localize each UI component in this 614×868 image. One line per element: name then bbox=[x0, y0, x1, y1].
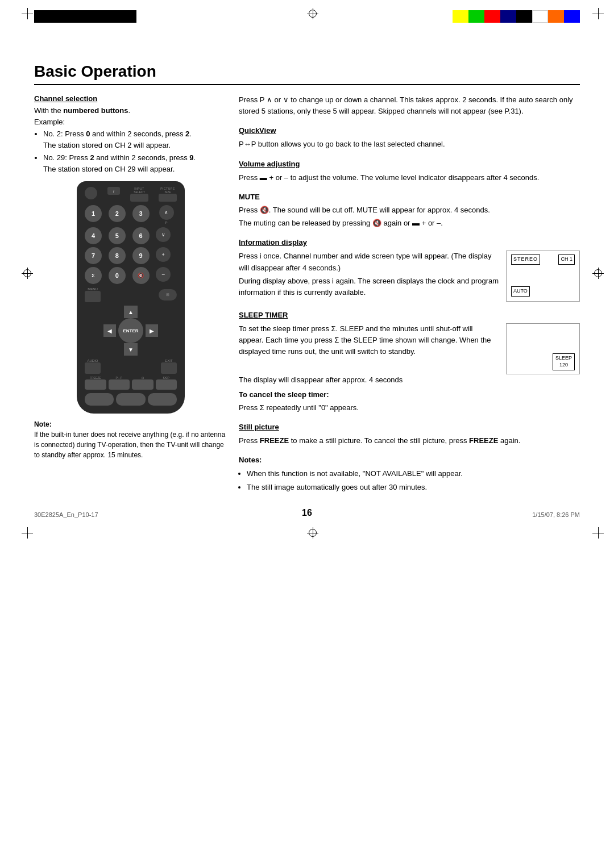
mute-text2: The muting can be released by pressing 🔇… bbox=[239, 218, 580, 229]
still-heading: Still picture bbox=[239, 422, 580, 433]
menu-btn[interactable] bbox=[85, 291, 101, 302]
still-text: Press FREEZE to make a still picture. To… bbox=[239, 435, 580, 446]
audio-area: AUDIO bbox=[85, 359, 101, 374]
dpad: ▲ ◀ ENTER ▶ ▼ bbox=[85, 306, 177, 356]
btn-9[interactable]: 9 bbox=[132, 247, 150, 264]
color-yellow bbox=[453, 10, 468, 23]
enter-btn[interactable]: ENTER bbox=[118, 318, 143, 343]
notes-section: Notes: When this function is not availab… bbox=[239, 454, 580, 493]
dpad-up-row: ▲ bbox=[124, 306, 138, 318]
dpad-down[interactable]: ▼ bbox=[124, 343, 138, 356]
channel-desc: With the numbered buttons. Example: No. … bbox=[34, 105, 227, 174]
btn-0[interactable]: 0 bbox=[109, 267, 126, 284]
color-black bbox=[516, 10, 532, 23]
sleep-badge-value: 120 bbox=[555, 362, 572, 369]
volume-section: Volume adjusting Press ▬ + or – to adjus… bbox=[239, 158, 580, 183]
channel-bullet-2: No. 29: Press 2 and within 2 seconds, pr… bbox=[43, 152, 227, 174]
page-number: 16 bbox=[302, 508, 312, 518]
sleep-text: To set the sleep timer press Σ. SLEEP an… bbox=[239, 323, 499, 374]
color-orange bbox=[548, 10, 564, 23]
info-screen: STEREO CH 1 AUTO bbox=[506, 251, 580, 302]
btn-2[interactable]: 2 bbox=[109, 205, 126, 222]
audio-exit-row: AUDIO EXIT bbox=[85, 359, 177, 374]
btn-8[interactable]: 8 bbox=[109, 247, 126, 264]
sleep-cancel-heading: To cancel the sleep timer: bbox=[239, 389, 580, 400]
freeze-btn[interactable] bbox=[85, 379, 106, 390]
bottom-big-btns bbox=[85, 393, 177, 406]
page-title-area: Basic Operation bbox=[34, 62, 580, 85]
quickview-section: QuickView P↔P button allows you to go ba… bbox=[239, 125, 580, 150]
mute-text1: Press 🔇. The sound will be cut off. MUTE… bbox=[239, 205, 580, 216]
exit-btn[interactable] bbox=[161, 362, 177, 374]
info-text2: During display above, press i again. The… bbox=[239, 276, 499, 298]
ch-down-btn[interactable]: ∨ bbox=[156, 227, 171, 242]
ch-btn[interactable] bbox=[132, 379, 154, 390]
input-select-btn: INPUT SELECT bbox=[130, 187, 148, 202]
btn-1[interactable]: 1 bbox=[85, 205, 102, 222]
btn-sigma[interactable]: Σ bbox=[85, 267, 102, 284]
mute-heading: MUTE bbox=[239, 191, 580, 203]
notes-bullet-2: The still image automatically goes out a… bbox=[247, 482, 580, 493]
big-btn-2[interactable] bbox=[116, 393, 145, 406]
footer-left: 30E2825A_En_P10-17 bbox=[34, 511, 98, 518]
ch-up-btn[interactable]: ∧ bbox=[159, 205, 174, 220]
dpad-down-row: ▼ bbox=[124, 343, 138, 356]
note-box: Note: If the built-in tuner does not rec… bbox=[34, 419, 227, 460]
picture-size-btn: PICTURE SIZE bbox=[159, 187, 177, 202]
btn-5[interactable]: 5 bbox=[109, 227, 126, 244]
remote-top-row: i INPUT SELECT PICTURE SIZE bbox=[85, 187, 177, 202]
stereo-label: STEREO bbox=[511, 254, 540, 265]
note-text: If the built-in tuner does not receive a… bbox=[34, 429, 227, 460]
numbered-buttons-label: numbered buttons bbox=[63, 106, 128, 115]
sleep-layout: To set the sleep timer press Σ. SLEEP an… bbox=[239, 323, 580, 374]
volume-text: Press ▬ + or – to adjust the volume. The… bbox=[239, 172, 580, 183]
display-btn[interactable]: ⊞ bbox=[159, 289, 177, 301]
ch-up-area: ∧ P bbox=[156, 205, 177, 224]
dpad-left[interactable]: ◀ bbox=[103, 324, 116, 337]
btn-4[interactable]: 4 bbox=[85, 227, 102, 244]
audio-btn[interactable] bbox=[85, 362, 101, 374]
channel-intro: With the numbered buttons. bbox=[34, 105, 227, 116]
skip-area: SKIP bbox=[156, 376, 177, 390]
top-black-bar bbox=[34, 10, 136, 23]
remote-area: i INPUT SELECT PICTURE SIZE bbox=[34, 181, 227, 414]
sleep-section: SLEEP TIMER To set the sleep timer press… bbox=[239, 310, 580, 414]
page-content: Basic Operation Channel selection With t… bbox=[0, 0, 614, 535]
info-text-area: Press i once. Channel number and wide sc… bbox=[239, 251, 499, 302]
volume-heading: Volume adjusting bbox=[239, 158, 580, 170]
color-bar bbox=[453, 10, 580, 23]
dpad-up[interactable]: ▲ bbox=[124, 306, 138, 318]
mute-section: MUTE Press 🔇. The sound will be cut off.… bbox=[239, 191, 580, 229]
vol-up-btn[interactable]: + bbox=[156, 247, 171, 262]
ch-label: CH 1 bbox=[558, 254, 575, 265]
btn-3[interactable]: 3 bbox=[132, 205, 150, 222]
big-btn-1[interactable] bbox=[85, 393, 114, 406]
quickview-heading: QuickView bbox=[239, 125, 580, 136]
i-btn[interactable]: i bbox=[107, 187, 120, 195]
function-btns: FREEZE P↔P ⊡ SKIP bbox=[85, 376, 177, 390]
menu-row: MENU ⊞ bbox=[85, 287, 177, 302]
remote-control: i INPUT SELECT PICTURE SIZE bbox=[77, 181, 185, 414]
channel-bullet-list: No. 2: Press 0 and within 2 seconds, pre… bbox=[43, 128, 227, 174]
menu-area: MENU bbox=[85, 287, 101, 302]
footer-right: 1/15/07, 8:26 PM bbox=[532, 511, 580, 518]
info-section: Information display Press i once. Channe… bbox=[239, 237, 580, 302]
vol-down-btn[interactable]: – bbox=[156, 267, 171, 282]
pp-btn[interactable] bbox=[109, 379, 130, 390]
notes-list: When this function is not available, "NO… bbox=[247, 468, 580, 493]
btn-6[interactable]: 6 bbox=[132, 227, 150, 244]
sleep-cancel-text: Press Σ repeatedly until "0" appears. bbox=[239, 402, 580, 414]
info-layout: Press i once. Channel number and wide sc… bbox=[239, 251, 580, 302]
skip-btn[interactable] bbox=[156, 379, 177, 390]
main-content: Channel selection With the numbered butt… bbox=[34, 94, 580, 501]
channel-heading: Channel selection bbox=[34, 94, 227, 103]
power-btn[interactable] bbox=[85, 187, 97, 199]
btn-7[interactable]: 7 bbox=[85, 247, 102, 264]
still-section: Still picture Press FREEZE to make a sti… bbox=[239, 422, 580, 446]
btn-mute[interactable]: 🔇 bbox=[132, 267, 150, 284]
exit-area: EXIT bbox=[161, 359, 177, 374]
big-btn-3[interactable] bbox=[148, 393, 177, 406]
dpad-right[interactable]: ▶ bbox=[146, 324, 158, 337]
sleep-screen-box: SLEEP 120 bbox=[506, 323, 580, 374]
ch-area: ⊡ bbox=[132, 376, 154, 390]
